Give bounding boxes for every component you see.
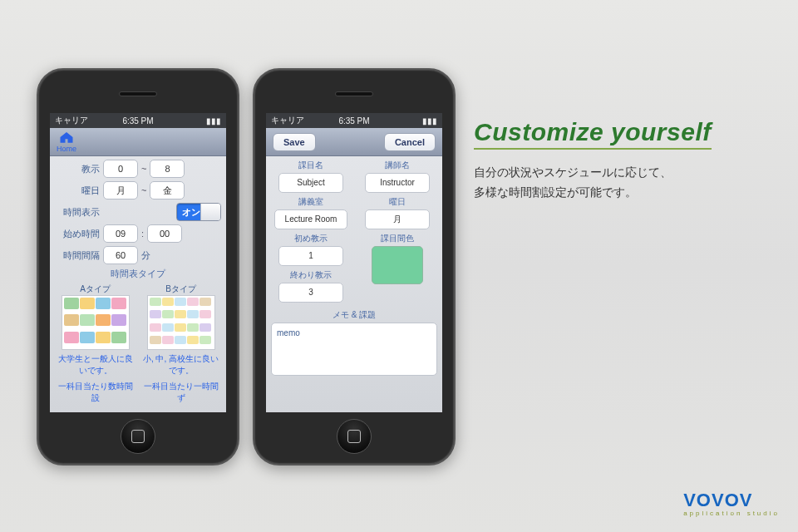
type-b-desc1: 小, 中, 高校生に良いです。: [140, 353, 221, 376]
carrier-label: キャリア: [271, 115, 304, 126]
type-a-card[interactable]: Aタイプ 大学生と一般人に良いです。 一科目当たり数時間設: [55, 282, 135, 403]
type-b-desc2: 一科目当たり一時間ず: [140, 381, 221, 403]
end-period-group: 終わり教示 3: [271, 269, 351, 303]
nav-bar: Save Cancel: [266, 128, 442, 156]
start-period-group: 初め教示 1: [271, 233, 351, 266]
color-group: 課目間色: [357, 233, 437, 303]
time-display-toggle[interactable]: オン: [176, 203, 221, 221]
brand-name: VOVOV: [683, 490, 752, 510]
time-display-label: 時間表示: [55, 206, 100, 219]
device-phone-edit: キャリア 6:35 PM ▮▮▮ Save Cancel 課目名 Subject…: [253, 68, 456, 466]
brand-tagline: application studio: [683, 510, 780, 517]
settings-content: 教示 0 ~ 8 曜日 月 ~ 金 時間表示 オン 始め時間: [50, 156, 226, 412]
memo-label: メモ & 課題: [271, 309, 437, 321]
toggle-on-label: オン: [182, 206, 200, 219]
status-bar: キャリア 6:35 PM ▮▮▮: [266, 113, 442, 128]
feature-title: Customize yourself: [474, 118, 712, 150]
type-b-card[interactable]: Bタイプ 小, 中, 高校生に良いです。 一科目当たり一時間ず: [140, 282, 221, 403]
color-picker[interactable]: [372, 246, 423, 284]
instructor-label: 講師名: [385, 160, 410, 171]
youbi-label: 曜日: [55, 185, 100, 197]
subject-field-group: 課目名 Subject: [271, 160, 351, 193]
feature-desc: 自分の状況やスケジュールに応じて、 多様な時間割設定が可能です。: [474, 163, 672, 203]
home-hardware-button[interactable]: [337, 419, 372, 454]
interval-unit: 分: [141, 249, 150, 262]
interval-field[interactable]: 60: [103, 246, 138, 264]
start-hour-field[interactable]: 09: [103, 224, 138, 243]
room-field-group: 講義室 Lecture Room: [271, 196, 351, 229]
start-period-input[interactable]: 1: [278, 246, 343, 266]
subject-label: 課目名: [298, 160, 323, 171]
kyoji-label: 教示: [55, 163, 100, 175]
type-chooser: Aタイプ 大学生と一般人に良いです。 一科目当たり数時間設 Bタイプ: [55, 282, 221, 403]
nav-bar: Home: [50, 128, 226, 156]
start-time-label: 始め時間: [55, 228, 100, 240]
carrier-label: キャリア: [55, 115, 88, 126]
end-period-label: 終わり教示: [290, 269, 332, 281]
kyoji-to-field[interactable]: 8: [150, 160, 185, 178]
memo-section: メモ & 課題 memo: [271, 309, 437, 376]
type-b-name: Bタイプ: [165, 283, 196, 295]
youbi-from-field[interactable]: 月: [103, 181, 138, 200]
tilde: ~: [141, 164, 146, 174]
screen-edit: キャリア 6:35 PM ▮▮▮ Save Cancel 課目名 Subject…: [266, 113, 442, 412]
youbi-to-field[interactable]: 金: [150, 181, 185, 200]
tilde: ~: [141, 185, 146, 195]
feature-desc-line2: 多様な時間割設定が可能です。: [474, 183, 672, 203]
memo-textarea[interactable]: memo: [271, 323, 437, 376]
feature-desc-line1: 自分の状況やスケジュールに応じて、: [474, 163, 672, 183]
colon: :: [141, 229, 144, 239]
start-period-label: 初め教示: [294, 233, 328, 244]
home-label: Home: [57, 145, 76, 153]
battery-icon: ▮▮▮: [422, 116, 437, 126]
day-field-group: 曜日 月: [357, 196, 437, 229]
interval-label: 時間間隔: [55, 249, 100, 262]
edit-content: 課目名 Subject 講師名 Instructor 講義室 Lecture R…: [266, 156, 442, 412]
cancel-button[interactable]: Cancel: [384, 133, 436, 151]
color-label: 課目間色: [381, 233, 414, 244]
type-a-desc2: 一科目当たり数時間設: [55, 381, 135, 403]
battery-icon: ▮▮▮: [206, 116, 221, 126]
device-phone-settings: キャリア 6:35 PM ▮▮▮ Home 教示 0 ~ 8 曜日 月: [37, 68, 239, 466]
kyoji-from-field[interactable]: 0: [103, 160, 138, 178]
type-b-thumb: [147, 295, 215, 350]
type-a-name: Aタイプ: [80, 283, 111, 295]
toggle-knob: [200, 204, 220, 220]
home-hardware-button[interactable]: [121, 419, 155, 454]
start-min-field[interactable]: 00: [147, 224, 182, 243]
brand-logo: VOVOV application studio: [683, 490, 780, 517]
status-bar: キャリア 6:35 PM ▮▮▮: [50, 113, 226, 128]
instructor-field-group: 講師名 Instructor: [357, 160, 437, 193]
type-a-thumb: [62, 295, 130, 350]
day-select[interactable]: 月: [365, 209, 430, 229]
screen-settings: キャリア 6:35 PM ▮▮▮ Home 教示 0 ~ 8 曜日 月: [50, 113, 226, 412]
types-header: 時間表タイプ: [55, 268, 221, 280]
room-input[interactable]: Lecture Room: [274, 209, 347, 229]
earpiece: [335, 91, 373, 96]
earpiece: [119, 91, 157, 96]
end-period-input[interactable]: 3: [278, 283, 343, 303]
home-icon: [59, 131, 74, 144]
home-button[interactable]: Home: [57, 131, 76, 153]
subject-input[interactable]: Subject: [278, 173, 343, 193]
memo-placeholder: memo: [277, 328, 300, 337]
day-label: 曜日: [389, 196, 406, 208]
room-label: 講義室: [298, 196, 323, 208]
instructor-input[interactable]: Instructor: [365, 173, 430, 193]
save-button[interactable]: Save: [273, 133, 316, 151]
type-a-desc1: 大学生と一般人に良いです。: [55, 353, 135, 376]
